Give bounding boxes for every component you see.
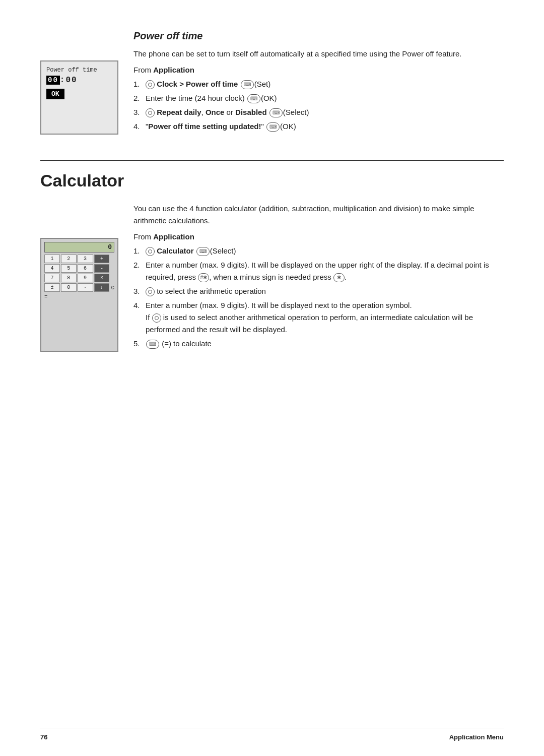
star-key-icon: ✱: [333, 273, 345, 282]
calc-display: 0: [44, 242, 114, 253]
soft-key-eq: ⌨: [146, 340, 159, 349]
calc-key-minus: -: [94, 264, 110, 273]
calc-display-num: 0: [108, 243, 112, 251]
power-from-label: From Application: [133, 66, 504, 74]
calc-step-4: 4. Enter a number (max. 9 digits). It wi…: [133, 299, 504, 336]
page-content: Power off time 00:00 OK Power off time T…: [0, 0, 544, 392]
calculator-steps-list: 1. Calculator ⌨(Select) 2. Enter a numbe…: [133, 245, 504, 350]
calc-step-3: 3. to select the arithmetic operation: [133, 285, 504, 297]
nav-icon-3: [146, 108, 155, 117]
calc-from-label: From Application: [133, 232, 504, 241]
calc-key-4: 4: [44, 264, 60, 273]
calc-key-0: 0: [61, 283, 77, 292]
calc-step-5: 5. ⌨ (=) to calculate: [133, 338, 504, 350]
time-box-value: 00: [46, 76, 60, 85]
screen-ok-button: OK: [46, 89, 64, 99]
calc-key-5: 5: [61, 264, 77, 273]
calc-key-1: 1: [44, 255, 60, 263]
calculator-title: Calculator: [40, 171, 504, 191]
calc-key-6: 6: [78, 264, 93, 273]
footer-page-number: 76: [40, 733, 47, 741]
calculator-mockup: 0 1 2 3 + 4 5 6 - 7 8 9: [40, 238, 118, 352]
soft-key-set: ⌨: [241, 80, 254, 89]
nav-icon-calc-3: [146, 287, 155, 296]
power-step-4: 4. "Power off time setting updated!" ⌨(O…: [133, 120, 504, 133]
power-step-1: 1. Clock > Power off time ⌨(Set): [133, 78, 504, 90]
calc-equals-label: =: [44, 294, 48, 300]
soft-key-ok-4: ⌨: [266, 122, 280, 132]
power-step-2: 2. Enter the time (24 hour clock) ⌨(OK): [133, 92, 504, 104]
calc-key-plus: +: [94, 255, 110, 263]
soft-key-select: ⌨: [269, 108, 283, 117]
calculator-content: You can use the 4 function calculator (a…: [133, 203, 504, 352]
calc-key-plusminus: ±: [44, 283, 60, 292]
power-off-title: Power off time: [133, 30, 504, 42]
nav-icon-calc-1: [146, 247, 155, 256]
calc-key-times: ×: [94, 274, 110, 282]
nav-icon-1: [146, 80, 155, 89]
calc-key-dot: ·: [78, 283, 93, 292]
calc-c-label: C: [111, 285, 114, 291]
power-off-desc: The phone can be set to turn itself off …: [133, 48, 504, 59]
power-off-section: Power off time 00:00 OK Power off time T…: [40, 30, 504, 135]
soft-key-select-calc: ⌨: [196, 247, 210, 256]
soft-key-ok-2: ⌨: [247, 94, 260, 103]
section-divider: [40, 160, 504, 161]
nav-icon-calc-4: [152, 313, 161, 323]
calc-key-2: 2: [61, 255, 77, 263]
calc-key-9: 9: [78, 274, 93, 282]
calculator-desc: You can use the 4 function calculator (a…: [133, 203, 504, 226]
calc-step-2: 2. Enter a number (max. 9 digits). It wi…: [133, 259, 504, 283]
calc-key-3: 3: [78, 255, 93, 263]
screen-label: Power off time: [46, 67, 112, 74]
calc-key-scroll: ↓: [94, 283, 110, 292]
calc-keys-grid: 1 2 3 + 4 5 6 - 7 8 9 ×: [44, 255, 109, 282]
calc-step-1: 1. Calculator ⌨(Select): [133, 245, 504, 257]
power-off-content: Power off time The phone can be set to t…: [133, 30, 504, 135]
calculator-section: 0 1 2 3 + 4 5 6 - 7 8 9: [40, 203, 504, 352]
calc-key-7: 7: [44, 274, 60, 282]
screen-time: 00:00: [46, 76, 112, 85]
phone-screen-mockup: Power off time 00:00 OK: [40, 60, 118, 135]
footer-section-label: Application Menu: [449, 733, 504, 741]
power-steps-list: 1. Clock > Power off time ⌨(Set) 2. Ente…: [133, 78, 504, 133]
calc-key-8: 8: [61, 274, 77, 282]
page-footer: 76 Application Menu: [40, 728, 504, 741]
power-step-3: 3. Repeat daily, Once or Disabled ⌨(Sele…: [133, 106, 504, 118]
hash-key-icon: #✱: [198, 273, 209, 282]
